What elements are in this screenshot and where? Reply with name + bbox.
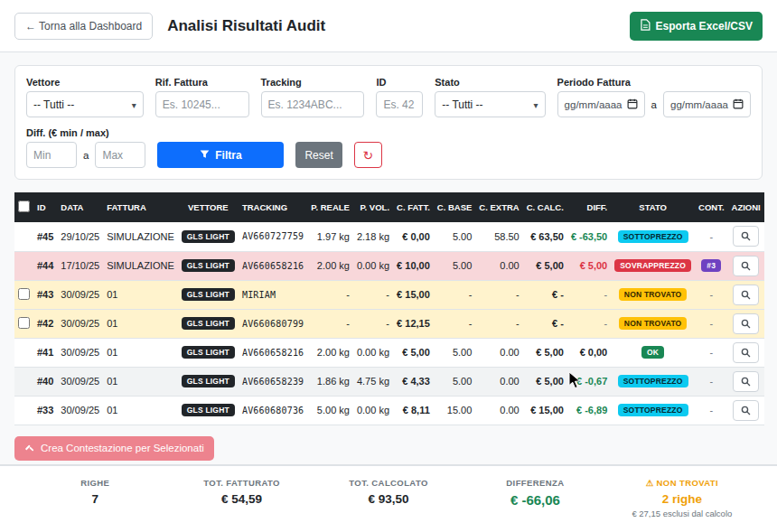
view-details-button[interactable] xyxy=(733,313,759,334)
row-diff: € -63,50 xyxy=(567,222,611,251)
row-c-base: 5.00 xyxy=(434,367,476,396)
diff-label: Diff. (€ min / max) xyxy=(26,127,145,138)
row-status: SOTTOPREZZO xyxy=(611,222,695,251)
row-checkbox[interactable] xyxy=(18,288,30,300)
row-invoice: 01 xyxy=(103,338,178,367)
row-date: 29/10/25 xyxy=(57,222,103,251)
export-excel-button[interactable]: Esporta Excel/CSV xyxy=(630,12,763,41)
contestation-badge[interactable]: #3 xyxy=(701,259,721,273)
row-status: NON TROVATO xyxy=(611,309,695,338)
row-c-calc: € 5,00 xyxy=(523,338,567,367)
carrier-badge: GLS LIGHT xyxy=(182,288,235,302)
row-p-reale: 2.00 kg xyxy=(307,338,353,367)
row-invoice: 01 xyxy=(103,367,178,396)
row-c-extra: 0.00 xyxy=(475,338,522,367)
row-status: SOVRAPPREZZO xyxy=(611,251,695,280)
export-label: Esporta Excel/CSV xyxy=(656,20,753,33)
periodo-separator: a xyxy=(651,99,657,110)
row-p-vol: - xyxy=(353,280,393,309)
row-tracking: AV660658216 xyxy=(239,338,307,367)
date-to-input[interactable]: gg/mm/aaaa xyxy=(663,91,751,117)
row-c-base: 5.00 xyxy=(434,251,476,280)
calendar-icon[interactable] xyxy=(733,98,744,111)
view-details-button[interactable] xyxy=(733,342,759,363)
contestation-empty: - xyxy=(709,318,713,329)
row-cont: - xyxy=(695,222,728,251)
stato-select[interactable]: -- Tutti -- xyxy=(435,91,545,117)
calendar-icon[interactable] xyxy=(627,98,638,111)
select-all-checkbox[interactable] xyxy=(18,201,30,212)
view-details-button[interactable] xyxy=(733,371,759,392)
view-details-button[interactable] xyxy=(733,285,759,305)
row-c-extra: 0.00 xyxy=(475,367,522,396)
table-body: #4529/10/25SIMULAZIONEGLS LIGHTAV6607277… xyxy=(14,222,764,425)
diff-min-input[interactable] xyxy=(26,142,77,168)
row-id: #44 xyxy=(33,251,57,280)
row-id: #40 xyxy=(33,367,57,396)
back-to-dashboard-button[interactable]: ← Torna alla Dashboard xyxy=(14,13,153,40)
row-id: #42 xyxy=(33,309,57,338)
create-contestation-button[interactable]: Crea Contestazione per Selezionati xyxy=(14,436,214,461)
carrier-badge: GLS LIGHT xyxy=(182,346,235,359)
periodo-range: gg/mm/aaaa a gg/mm/aaaa xyxy=(557,91,751,117)
col-c-calc: C. CALC. xyxy=(523,192,567,222)
view-details-button[interactable] xyxy=(733,400,759,421)
refresh-button[interactable]: ↻ xyxy=(354,142,382,168)
view-details-button[interactable] xyxy=(733,256,759,276)
view-details-button[interactable] xyxy=(733,226,759,247)
row-id: #45 xyxy=(33,222,57,251)
row-checkbox[interactable] xyxy=(18,317,30,329)
results-table: ID DATA FATTURA VETTORE TRACKING P. REAL… xyxy=(14,192,764,425)
diff-separator: a xyxy=(83,150,89,161)
status-badge: NON TROVATO xyxy=(619,317,688,331)
reset-button[interactable]: Reset xyxy=(295,142,342,168)
contestation-empty: - xyxy=(709,231,713,242)
row-c-calc: € - xyxy=(523,309,567,338)
carrier-badge: GLS LIGHT xyxy=(182,404,235,417)
row-c-base: 15.00 xyxy=(434,396,476,425)
row-cont: - xyxy=(695,309,728,338)
table-row: #4529/10/25SIMULAZIONEGLS LIGHTAV6607277… xyxy=(14,222,764,251)
diff-max-input[interactable] xyxy=(95,142,145,168)
rif-fattura-input[interactable] xyxy=(155,91,249,117)
tot-fatturato-value: € 54,59 xyxy=(168,492,314,506)
filter-diff: Diff. (€ min / max) a xyxy=(26,127,145,168)
row-select-cell xyxy=(14,280,33,309)
tracking-input[interactable] xyxy=(261,91,365,117)
row-diff: € -0,67 xyxy=(567,367,611,396)
row-c-fatt: € 12,15 xyxy=(393,309,434,338)
contestation-empty: - xyxy=(709,405,713,415)
row-c-calc: € 15,00 xyxy=(523,396,567,425)
row-c-calc: € 63,50 xyxy=(523,222,567,251)
row-c-base: 5.00 xyxy=(434,222,476,251)
status-badge: SOTTOPREZZO xyxy=(618,375,688,388)
date-from-input[interactable]: gg/mm/aaaa xyxy=(557,91,645,117)
filtra-button[interactable]: Filtra xyxy=(157,142,284,168)
create-contestation-label: Crea Contestazione per Selezionati xyxy=(41,443,204,453)
row-p-vol: 2.18 kg xyxy=(353,222,393,251)
row-tracking: MIRIAM xyxy=(239,280,307,309)
row-c-fatt: € 8,11 xyxy=(393,396,434,425)
funnel-icon xyxy=(200,149,210,162)
row-actions xyxy=(728,280,764,309)
col-azioni: AZIONI xyxy=(728,192,764,222)
non-trovati-value: 2 righe xyxy=(609,492,755,506)
row-c-extra: 0.00 xyxy=(475,251,522,280)
row-carrier: GLS LIGHT xyxy=(178,280,239,309)
row-id: #33 xyxy=(33,396,57,425)
col-c-base: C. BASE xyxy=(434,192,476,222)
row-c-fatt: € 15,00 xyxy=(393,280,434,309)
filter-row-1: Vettore -- Tutti -- Rif. Fattura Trackin… xyxy=(26,77,751,117)
filter-tracking: Tracking xyxy=(261,77,365,117)
tot-calcolato-value: € 93,50 xyxy=(315,492,462,506)
filter-rif-fattura: Rif. Fattura xyxy=(155,77,249,117)
col-c-extra: C. EXTRA xyxy=(475,192,522,222)
filter-periodo: Periodo Fattura gg/mm/aaaa a gg/mm/aaaa xyxy=(557,77,751,117)
refresh-icon: ↻ xyxy=(362,148,373,163)
contestation-empty: - xyxy=(709,289,713,300)
results-table-wrap: ID DATA FATTURA VETTORE TRACKING P. REAL… xyxy=(14,192,763,425)
vettore-select[interactable]: -- Tutti -- xyxy=(26,91,144,117)
table-row: #4330/09/2501GLS LIGHTMIRIAM--€ 15,00--€… xyxy=(14,280,764,309)
row-select-cell xyxy=(14,309,33,338)
id-input[interactable] xyxy=(376,91,423,117)
